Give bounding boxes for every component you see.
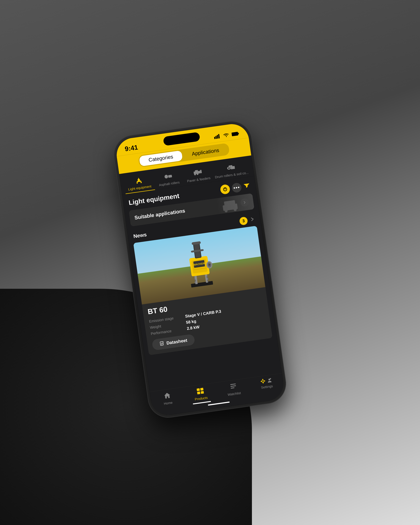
svg-rect-30: [191, 281, 213, 288]
svg-rect-54: [200, 388, 204, 391]
svg-rect-61: [262, 379, 263, 380]
svg-line-52: [161, 345, 162, 345]
drum-roller-icon: [226, 163, 236, 173]
datasheet-label: Datasheet: [166, 338, 187, 346]
filter-button[interactable]: [243, 182, 251, 190]
svg-rect-9: [136, 182, 138, 184]
svg-rect-2: [217, 135, 218, 139]
svg-rect-63: [261, 381, 262, 382]
phone-screen: 9:41: [114, 122, 285, 417]
news-badge: 3: [239, 216, 248, 225]
settings-label: Settings: [261, 384, 273, 390]
svg-rect-57: [230, 384, 236, 385]
svg-rect-12: [168, 175, 172, 178]
more-button[interactable]: •••: [231, 182, 242, 193]
svg-rect-59: [231, 387, 234, 389]
phone-frame: 9:41: [112, 119, 288, 420]
nav-home[interactable]: Home: [150, 390, 185, 407]
products-label: Products: [195, 396, 208, 401]
svg-rect-56: [201, 391, 204, 394]
svg-rect-1: [215, 136, 217, 139]
tab-asphalt-label: Asphalt rollers: [159, 180, 180, 187]
battery-icon: [232, 131, 240, 138]
watchlist-label: Watchlist: [227, 391, 241, 397]
news-chevron[interactable]: [250, 216, 255, 223]
svg-line-51: [161, 344, 163, 344]
power-button[interactable]: [220, 184, 231, 195]
svg-rect-55: [197, 392, 200, 394]
svg-rect-49: [160, 341, 164, 346]
tab-paver-label: Paver & feeders: [187, 176, 211, 183]
segment-applications[interactable]: Applications: [182, 144, 229, 160]
light-equipment-icon: [135, 176, 143, 185]
home-indicator: [208, 402, 230, 406]
home-label: Home: [164, 401, 173, 406]
svg-rect-64: [264, 380, 265, 382]
svg-rect-53: [196, 388, 200, 391]
product-card: WACKER: [133, 226, 272, 355]
svg-rect-58: [230, 385, 236, 387]
nav-products[interactable]: Products: [183, 385, 218, 406]
datasheet-button[interactable]: Datasheet: [152, 334, 195, 351]
segment-categories[interactable]: Categories: [139, 150, 183, 166]
paver-icon: [193, 168, 203, 177]
svg-rect-10: [140, 182, 142, 183]
svg-line-50: [161, 343, 163, 343]
tab-light-equipment-label: Light equipment: [128, 185, 152, 192]
watchlist-icon: [229, 382, 237, 391]
home-icon: [163, 392, 171, 401]
asphalt-roller-icon: [163, 172, 173, 181]
weight-value: 58 kg: [186, 319, 196, 325]
svg-rect-4: [232, 132, 238, 136]
svg-rect-62: [262, 383, 264, 384]
nav-watchlist[interactable]: Watchlist: [216, 380, 251, 398]
products-icon: [196, 387, 205, 396]
performance-value: 2.8 kW: [187, 325, 200, 331]
wifi-icon: [223, 132, 230, 139]
phone-device: 9:41: [112, 119, 288, 420]
signal-icon: [214, 133, 221, 140]
svg-point-60: [261, 380, 264, 383]
svg-rect-3: [218, 134, 220, 139]
svg-rect-0: [214, 137, 215, 139]
nav-settings[interactable]: Settings: [249, 376, 284, 391]
status-icons: [214, 131, 239, 140]
